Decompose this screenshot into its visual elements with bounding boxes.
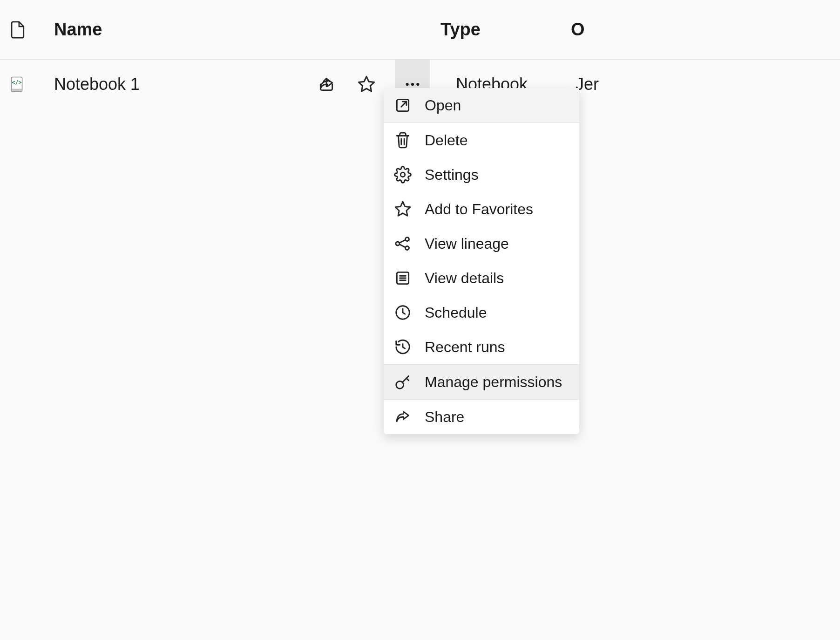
notebook-icon: </>	[8, 76, 25, 93]
header-icon-cell	[0, 20, 54, 39]
file-icon	[9, 20, 26, 39]
menu-item-label: Schedule	[425, 304, 487, 321]
lineage-icon	[394, 235, 412, 252]
svg-text:</>: </>	[12, 79, 22, 86]
menu-item-settings[interactable]: Settings	[384, 157, 579, 192]
menu-item-view-lineage[interactable]: View lineage	[384, 226, 579, 261]
svg-point-8	[396, 242, 400, 245]
column-header-name[interactable]: Name	[54, 20, 440, 40]
star-icon	[394, 200, 412, 218]
svg-point-7	[400, 172, 405, 177]
share-arrow-icon	[318, 75, 335, 93]
share-button[interactable]	[315, 73, 338, 96]
menu-item-label: Share	[425, 409, 464, 426]
key-icon	[394, 373, 412, 391]
menu-item-label: Recent runs	[425, 339, 505, 356]
table-header: Name Type O	[0, 0, 840, 60]
menu-item-label: Open	[425, 97, 461, 114]
context-menu: Open Delete Settings Add to Favorites	[384, 88, 579, 434]
column-header-owner[interactable]: O	[571, 20, 585, 40]
svg-point-4	[411, 83, 413, 86]
row-icon-cell: </>	[0, 76, 54, 93]
menu-item-schedule[interactable]: Schedule	[384, 295, 579, 330]
menu-item-label: Manage permissions	[425, 374, 562, 391]
svg-point-10	[406, 246, 409, 250]
open-icon	[394, 96, 412, 114]
menu-item-view-details[interactable]: View details	[384, 261, 579, 295]
star-icon	[357, 75, 376, 94]
svg-rect-1	[11, 89, 22, 91]
details-icon	[394, 269, 412, 287]
menu-item-add-favorites[interactable]: Add to Favorites	[384, 192, 579, 226]
svg-point-9	[406, 238, 409, 241]
share-icon	[394, 408, 412, 426]
menu-item-manage-permissions[interactable]: Manage permissions	[384, 365, 579, 399]
menu-item-label: Add to Favorites	[425, 201, 533, 218]
row-item-name[interactable]: Notebook 1	[54, 75, 315, 94]
menu-item-open[interactable]: Open	[384, 88, 579, 123]
history-icon	[394, 338, 412, 356]
menu-item-delete[interactable]: Delete	[384, 123, 579, 157]
more-horizontal-icon	[405, 82, 420, 87]
menu-item-share[interactable]: Share	[384, 400, 579, 434]
column-header-type[interactable]: Type	[440, 20, 571, 40]
menu-item-label: Delete	[425, 132, 468, 149]
svg-point-5	[416, 83, 419, 86]
favorite-button[interactable]	[355, 73, 378, 96]
menu-item-label: Settings	[425, 166, 479, 184]
gear-icon	[394, 166, 412, 184]
menu-item-label: View details	[425, 270, 504, 287]
menu-item-label: View lineage	[425, 235, 509, 252]
trash-icon	[394, 131, 412, 149]
svg-point-3	[406, 83, 408, 86]
menu-item-recent-runs[interactable]: Recent runs	[384, 330, 579, 364]
clock-icon	[394, 304, 412, 321]
